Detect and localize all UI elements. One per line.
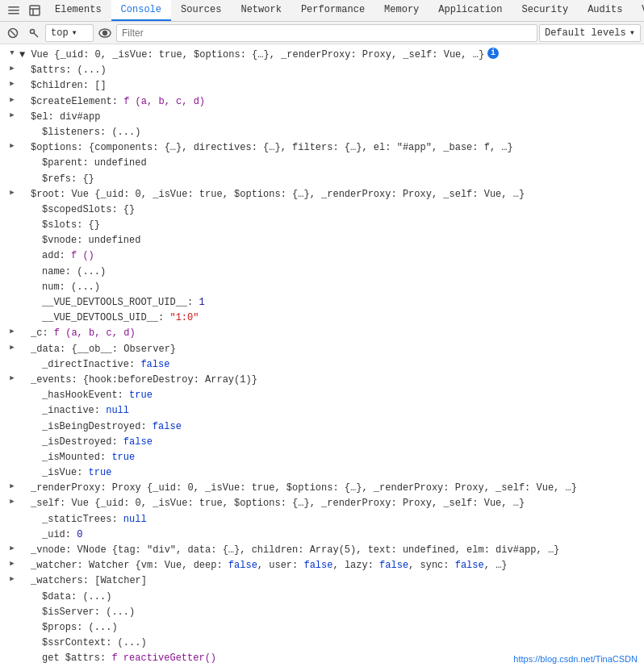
console-line: $listeners: (...) — [0, 125, 644, 140]
console-line: num: (...) — [0, 280, 644, 295]
toggle-arrow[interactable] — [6, 110, 18, 121]
console-text: _self: Vue {_uid: 0, _isVue: true, $opti… — [31, 496, 525, 511]
console-line: $parent: undefined — [0, 156, 644, 171]
inspector-icon[interactable] — [24, 0, 45, 21]
console-text: false — [228, 558, 257, 573]
console-text: , user: — [257, 558, 304, 573]
console-text: $vnode: undefined — [42, 233, 140, 248]
console-text: $isServer: (...) — [42, 605, 135, 620]
console-line: _events: {hook:beforeDestroy: Array(1)} — [0, 373, 644, 388]
console-text: add: — [42, 248, 71, 264]
toggle-arrow[interactable] — [6, 326, 18, 337]
filter-toggle-button[interactable] — [24, 23, 44, 43]
console-text: 1 — [199, 295, 204, 311]
console-line: $attrs: (...) — [0, 63, 644, 78]
console-text: _directInactive: — [42, 357, 140, 373]
console-line: _isMounted: true — [0, 450, 644, 465]
toggle-arrow[interactable] — [6, 342, 18, 353]
context-selector[interactable]: top ▾ — [45, 24, 94, 42]
console-text: _uid: — [42, 527, 77, 543]
console-line: $vnode: undefined — [0, 233, 644, 248]
devtools-container: Elements Console Sources Network Perform… — [0, 0, 644, 667]
toggle-arrow[interactable] — [6, 78, 18, 90]
console-text: _inactive: — [42, 403, 106, 419]
console-text: $parent: undefined — [42, 156, 147, 171]
toggle-arrow[interactable] — [6, 543, 18, 554]
log-level-selector[interactable]: Default levels ▾ — [539, 24, 641, 42]
console-line: _isBeingDestroyed: false — [0, 419, 644, 435]
console-line: add: f () — [0, 248, 644, 264]
console-text: "1:0" — [169, 311, 199, 326]
console-line: $slots: {} — [0, 218, 644, 233]
toggle-arrow[interactable] — [6, 558, 18, 569]
console-text: $children: [] — [31, 78, 107, 94]
console-line: $ssrContext: (...) — [0, 636, 644, 651]
context-dropdown-icon: ▾ — [72, 27, 77, 39]
console-text: true — [89, 465, 112, 481]
toggle-arrow[interactable] — [6, 94, 18, 106]
toggle-arrow[interactable] — [6, 63, 18, 74]
tab-memory[interactable]: Memory — [374, 0, 429, 21]
info-icon[interactable]: i — [487, 48, 499, 59]
console-text: $attrs: (...) — [31, 63, 107, 78]
console-line: $props: (...) — [0, 620, 644, 636]
console-text: ▼ Vue {_uid: 0, _isVue: true, $options: … — [19, 48, 484, 63]
console-line: _uid: 0 — [0, 527, 644, 543]
console-line: $isServer: (...) — [0, 605, 644, 620]
console-text: $refs: {} — [42, 172, 94, 187]
console-line: _c: f (a, b, c, d) — [0, 326, 644, 341]
clear-console-button[interactable] — [3, 23, 23, 43]
console-text: f (a, b, c, d) — [54, 326, 136, 341]
tab-vue[interactable]: Vue — [632, 0, 644, 21]
console-text: false — [140, 357, 169, 373]
toggle-arrow[interactable] — [6, 481, 18, 492]
console-line: _data: {__ob__: Observer} — [0, 342, 644, 357]
console-line: $options: {components: {…}, directives: … — [0, 140, 644, 156]
svg-line-7 — [10, 31, 15, 35]
tab-application[interactable]: Application — [429, 0, 512, 21]
console-text: __VUE_DEVTOOLS_UID__: — [42, 311, 169, 326]
console-line: $data: (...) — [0, 590, 644, 605]
eye-button[interactable] — [95, 23, 115, 43]
console-text: null — [123, 512, 147, 527]
toggle-arrow[interactable] — [6, 48, 18, 59]
console-text: , lazy: — [332, 558, 379, 573]
tab-sources[interactable]: Sources — [171, 0, 231, 21]
console-text: false — [455, 558, 484, 573]
console-line: _self: Vue {_uid: 0, _isVue: true, $opti… — [0, 496, 644, 511]
hamburger-icon[interactable] — [3, 0, 24, 21]
console-text: _isMounted: — [42, 450, 111, 465]
console-output[interactable]: ▼ Vue {_uid: 0, _isVue: true, $options: … — [0, 44, 644, 667]
console-toolbar: top ▾ Default levels ▾ — [0, 22, 644, 44]
bottom-url: https://blog.csdn.net/TinaCSDN — [513, 654, 638, 664]
console-line: __VUE_DEVTOOLS_UID__: "1:0" — [0, 311, 644, 326]
tab-security[interactable]: Security — [512, 0, 579, 21]
console-text: _c: — [31, 326, 54, 341]
toggle-arrow[interactable] — [6, 187, 18, 198]
console-text: $listeners: (...) — [42, 125, 140, 140]
console-line: _directInactive: false — [0, 357, 644, 373]
console-text: _vnode: VNode {tag: "div", data: {…}, ch… — [31, 543, 559, 558]
console-text: $scopedSlots: {} — [42, 202, 135, 218]
tab-audits[interactable]: Audits — [578, 0, 632, 21]
console-text: name: (...) — [42, 265, 106, 280]
tab-console[interactable]: Console — [111, 0, 171, 21]
toggle-arrow[interactable] — [6, 373, 18, 384]
svg-point-8 — [31, 29, 35, 33]
console-text: f () — [71, 248, 94, 264]
console-text: $el: div#app — [31, 110, 100, 125]
console-text: true — [129, 388, 153, 403]
toggle-arrow[interactable] — [6, 496, 18, 507]
console-text: $slots: {} — [42, 218, 100, 233]
tab-network[interactable]: Network — [231, 0, 291, 21]
tab-performance[interactable]: Performance — [291, 0, 374, 21]
tab-bar: Elements Console Sources Network Perform… — [0, 0, 644, 22]
console-line: name: (...) — [0, 265, 644, 280]
svg-rect-2 — [8, 13, 19, 15]
toggle-arrow[interactable] — [6, 573, 18, 585]
console-text: __VUE_DEVTOOLS_ROOT_UID__: — [42, 295, 199, 311]
log-level-value: Default levels — [545, 27, 626, 39]
filter-input[interactable] — [116, 24, 537, 42]
toggle-arrow[interactable] — [6, 140, 18, 152]
tab-elements[interactable]: Elements — [45, 0, 111, 21]
